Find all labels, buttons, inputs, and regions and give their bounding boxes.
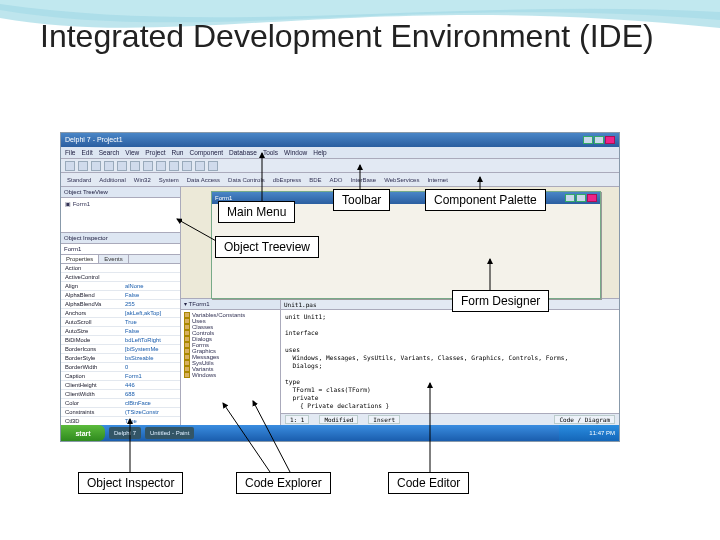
palette-tab[interactable]: ADO: [328, 177, 345, 183]
property-row[interactable]: BorderWidth0: [61, 363, 180, 372]
property-row[interactable]: AutoSizeFalse: [61, 327, 180, 336]
property-value[interactable]: (TSizeConstr: [123, 409, 180, 415]
code-explorer-root[interactable]: ▾ TForm1: [181, 299, 280, 310]
property-row[interactable]: Action: [61, 264, 180, 273]
arrow-icon: [174, 216, 218, 242]
form-close-icon[interactable]: [587, 194, 597, 202]
arrow-icon: [480, 256, 500, 292]
arrow-icon: [250, 150, 280, 202]
property-value[interactable]: alNone: [123, 283, 180, 289]
property-row[interactable]: AlphaBlendVa255: [61, 300, 180, 309]
palette-tab[interactable]: WebServices: [382, 177, 421, 183]
callout-object-treeview: Object Treeview: [215, 236, 319, 258]
toolbar-button[interactable]: [104, 161, 114, 171]
code-editor[interactable]: Unit1.pas unit Unit1; interface uses Win…: [281, 299, 619, 425]
property-name: BorderStyle: [61, 355, 123, 361]
property-row[interactable]: Anchors[akLeft,akTop]: [61, 309, 180, 318]
menu-item[interactable]: Search: [99, 149, 120, 156]
property-value[interactable]: 0: [123, 364, 180, 370]
palette-tab[interactable]: Standard: [65, 177, 93, 183]
property-value[interactable]: bsSizeable: [123, 355, 180, 361]
property-row[interactable]: AutoScrollTrue: [61, 318, 180, 327]
toolbar-button[interactable]: [143, 161, 153, 171]
arrow-icon: [350, 162, 370, 190]
palette-tab[interactable]: Internet: [425, 177, 449, 183]
palette-tab[interactable]: System: [157, 177, 181, 183]
property-value[interactable]: 446: [123, 382, 180, 388]
toolbar-button[interactable]: [156, 161, 166, 171]
property-value[interactable]: [akLeft,akTop]: [123, 310, 180, 316]
arrow-icon: [420, 380, 440, 472]
toolbar-button[interactable]: [117, 161, 127, 171]
code-editor-tab[interactable]: Unit1.pas: [284, 299, 317, 309]
taskbar-item[interactable]: Untitled - Paint: [145, 427, 194, 439]
property-row[interactable]: ActiveControl: [61, 273, 180, 282]
maximize-button[interactable]: [594, 136, 604, 144]
toolbar-button[interactable]: [91, 161, 101, 171]
toolbar-button[interactable]: [182, 161, 192, 171]
toolbar-button[interactable]: [169, 161, 179, 171]
menu-item[interactable]: File: [65, 149, 75, 156]
palette-tab[interactable]: Additional: [97, 177, 127, 183]
property-value[interactable]: Form1: [123, 373, 180, 379]
property-name: AutoScroll: [61, 319, 123, 325]
code-explorer-node[interactable]: Windows: [184, 372, 277, 378]
ide-screenshot: Delphi 7 - Project1 File Edit Search Vie…: [60, 132, 620, 442]
object-treeview: Object TreeView ▣ Form1: [61, 187, 180, 233]
toolbar-button[interactable]: [208, 161, 218, 171]
toolbar-button[interactable]: [130, 161, 140, 171]
inspector-tab-properties[interactable]: Properties: [61, 255, 99, 263]
minimize-button[interactable]: [583, 136, 593, 144]
window-title: Delphi 7 - Project1: [65, 133, 123, 147]
form-maximize-icon[interactable]: [576, 194, 586, 202]
slide-title: Integrated Development Environment (IDE): [40, 18, 654, 55]
property-name: ClientHeight: [61, 382, 123, 388]
property-row[interactable]: ClientHeight446: [61, 381, 180, 390]
property-name: ActiveControl: [61, 274, 123, 280]
property-row[interactable]: BorderStylebsSizeable: [61, 354, 180, 363]
property-value[interactable]: False: [123, 292, 180, 298]
property-row[interactable]: BorderIcons[biSystemMe: [61, 345, 180, 354]
menu-item[interactable]: Project: [145, 149, 165, 156]
toolbar-button[interactable]: [78, 161, 88, 171]
inspector-tab-events[interactable]: Events: [99, 255, 128, 263]
property-value[interactable]: True: [123, 319, 180, 325]
menu-item[interactable]: View: [125, 149, 139, 156]
toolbar-button[interactable]: [65, 161, 75, 171]
palette-tab[interactable]: Win32: [132, 177, 153, 183]
start-button[interactable]: start: [61, 425, 105, 441]
property-name: Action: [61, 265, 123, 271]
property-value[interactable]: 688: [123, 391, 180, 397]
property-name: Caption: [61, 373, 123, 379]
close-button[interactable]: [605, 136, 615, 144]
palette-tab[interactable]: BDE: [307, 177, 323, 183]
property-value[interactable]: bdLeftToRight: [123, 337, 180, 343]
menu-item[interactable]: Edit: [81, 149, 92, 156]
menu-item[interactable]: Window: [284, 149, 307, 156]
property-row[interactable]: AlphaBlendFalse: [61, 291, 180, 300]
menu-item[interactable]: Component: [189, 149, 223, 156]
object-inspector-title: Object Inspector: [61, 233, 180, 244]
code-diagram-tabs[interactable]: Code / Diagram: [554, 415, 615, 424]
toolbar-button[interactable]: [195, 161, 205, 171]
property-row[interactable]: ColorclBtnFace: [61, 399, 180, 408]
main-menu[interactable]: File Edit Search View Project Run Compon…: [61, 147, 619, 159]
tree-node[interactable]: ▣ Form1: [65, 200, 176, 207]
menu-item[interactable]: Help: [313, 149, 326, 156]
svg-line-7: [253, 401, 290, 472]
inspector-target[interactable]: Form1: [61, 244, 180, 255]
palette-tab[interactable]: Data Access: [185, 177, 222, 183]
property-row[interactable]: CaptionForm1: [61, 372, 180, 381]
property-value[interactable]: clBtnFace: [123, 400, 180, 406]
code-editor-body[interactable]: unit Unit1; interface uses Windows, Mess…: [281, 310, 619, 413]
property-value[interactable]: 255: [123, 301, 180, 307]
property-name: BiDiMode: [61, 337, 123, 343]
property-value[interactable]: False: [123, 328, 180, 334]
menu-item[interactable]: Run: [172, 149, 184, 156]
system-tray[interactable]: 11:47 PM: [559, 425, 619, 441]
property-row[interactable]: BiDiModebdLeftToRight: [61, 336, 180, 345]
form-minimize-icon[interactable]: [565, 194, 575, 202]
property-row[interactable]: ClientWidth688: [61, 390, 180, 399]
property-row[interactable]: AlignalNone: [61, 282, 180, 291]
property-value[interactable]: [biSystemMe: [123, 346, 180, 352]
